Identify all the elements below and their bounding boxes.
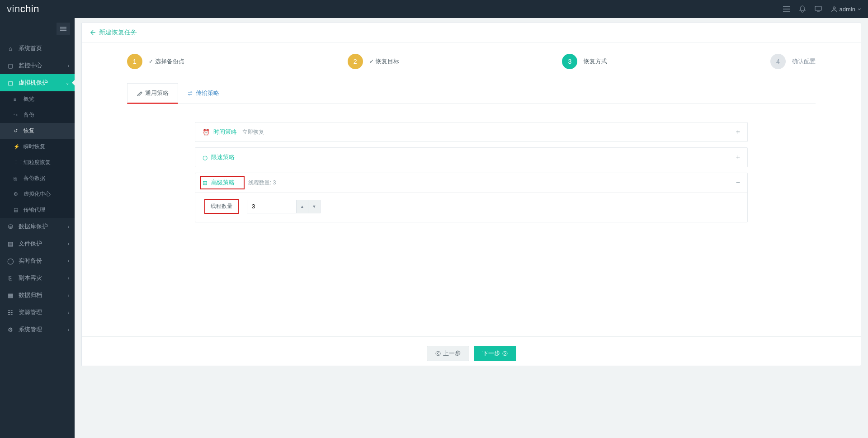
page-title-text: 新建恢复任务: [99, 28, 137, 37]
form-area: ⏰ 时间策略 立即恢复 + ◷ 限速策略 +: [127, 104, 816, 237]
arrow-right-icon: [502, 351, 508, 356]
time-strategy-head[interactable]: ⏰ 时间策略 立即恢复 +: [195, 122, 747, 141]
panel-body: 1 ✓选择备份点 2 ✓恢复目标 3 恢复方式 4 确认配置: [82, 42, 861, 332]
sub-restore[interactable]: ↺恢复: [0, 123, 75, 139]
spinner-buttons: ▲ ▼: [297, 200, 321, 213]
arrow-icon: ↪: [14, 112, 20, 118]
nav-label: 资源管理: [19, 308, 42, 316]
thread-count-label: 线程数量: [204, 199, 239, 214]
strategy-sub: 线程数量: 3: [248, 179, 276, 187]
home-icon: ⌂: [7, 45, 14, 52]
sub-overview[interactable]: ≡概览: [0, 91, 75, 107]
nav-realtime-backup[interactable]: ◯实时备份‹: [0, 252, 75, 269]
nav-replica-dr[interactable]: ⎘副本容灾‹: [0, 269, 75, 287]
minus-icon: −: [736, 179, 740, 187]
sub-label: 备份: [24, 111, 34, 119]
nav-home[interactable]: ⌂ 系统首页: [0, 40, 75, 57]
step-label: 恢复目标: [376, 58, 399, 65]
sub-granular-restore[interactable]: ⋮⋮细粒度恢复: [0, 155, 75, 170]
nav-db-protect[interactable]: ⛁数据库保护‹: [0, 218, 75, 235]
sub-transfer-agent[interactable]: ▤传输代理: [0, 202, 75, 218]
speed-strategy-row: ◷ 限速策略 +: [195, 147, 748, 167]
res-icon: ☷: [7, 309, 14, 316]
bell-icon[interactable]: [799, 5, 806, 13]
svg-rect-0: [815, 6, 821, 10]
config-area: 通用策略 传输策略 ⏰ 时间策略 立即恢复 +: [127, 83, 816, 237]
hamburger-icon: [60, 27, 66, 31]
button-label: 下一步: [482, 349, 500, 358]
adv-strategy-body: 线程数量 ▲ ▼: [195, 192, 747, 222]
spinner-down-button[interactable]: ▼: [308, 200, 320, 213]
agent-icon: ▤: [14, 207, 20, 213]
chevron-left-icon: ‹: [68, 327, 69, 332]
adv-strategy-head[interactable]: ⊞ 高级策略 线程数量: 3 −: [195, 173, 747, 192]
active-indicator: [72, 80, 75, 86]
next-button[interactable]: 下一步: [474, 346, 516, 361]
sub-label: 概览: [24, 95, 34, 103]
sidebar-toggle-button[interactable]: [57, 23, 70, 35]
step-label: 恢复方式: [584, 57, 607, 66]
nav-archive[interactable]: ▦数据归档‹: [0, 287, 75, 304]
sub-backup-data[interactable]: ⎘备份数据: [0, 170, 75, 186]
nav-file-protect[interactable]: ▤文件保护‹: [0, 235, 75, 252]
monitor-icon: ▢: [7, 80, 14, 86]
user-menu[interactable]: admin: [831, 6, 861, 13]
svg-point-1: [833, 7, 835, 9]
granular-icon: ⋮⋮: [14, 160, 20, 165]
nav-sys-manage[interactable]: ⚙系统管理‹: [0, 321, 75, 338]
sub-backup[interactable]: ↪备份: [0, 107, 75, 123]
tab-general[interactable]: 通用策略: [127, 83, 178, 104]
list-icon[interactable]: [783, 6, 790, 12]
back-icon: [90, 29, 96, 36]
nav-vm-protect[interactable]: ▢ 虚拟机保护 ⌄: [0, 74, 75, 91]
adv-strategy-row: ⊞ 高级策略 线程数量: 3 − 线程数量 ▲: [195, 173, 748, 222]
chevron-left-icon: ‹: [68, 259, 69, 264]
arrow-left-icon: [435, 351, 441, 356]
shield-icon: ◯: [7, 258, 14, 264]
monitor-icon[interactable]: [815, 6, 822, 12]
nav-label: 系统管理: [19, 325, 42, 334]
spinner-up-button[interactable]: ▲: [297, 200, 308, 213]
adv-highlight: ⊞ 高级策略: [200, 176, 245, 189]
nav-label: 监控中心: [19, 61, 42, 70]
svg-point-2: [436, 351, 440, 356]
bolt-icon: ⚡: [14, 144, 20, 150]
plus-icon: +: [736, 128, 740, 136]
edit-icon: [137, 90, 142, 96]
chevron-down-icon: ⌄: [66, 80, 69, 85]
thread-count-input[interactable]: [247, 200, 297, 213]
archive-icon: ▦: [7, 292, 14, 299]
nav-res-manage[interactable]: ☷资源管理‹: [0, 304, 75, 321]
sub-label: 细粒度恢复: [24, 159, 51, 166]
page-title: 新建恢复任务: [90, 28, 853, 37]
svg-point-3: [503, 351, 507, 356]
sub-virt-center[interactable]: ⚙虚拟化中心: [0, 186, 75, 202]
tab-transfer[interactable]: 传输策略: [178, 83, 228, 104]
sub-label: 虚拟化中心: [24, 190, 51, 198]
prev-button[interactable]: 上一步: [427, 346, 469, 361]
time-strategy-row: ⏰ 时间策略 立即恢复 +: [195, 122, 748, 142]
sub-label: 传输代理: [24, 206, 45, 214]
nav-label: 实时备份: [19, 257, 42, 265]
check-icon: ✓: [369, 58, 374, 65]
nav-label: 虚拟机保护: [19, 79, 48, 87]
panel-header: 新建恢复任务: [82, 23, 861, 42]
grid-icon: ⊞: [203, 179, 208, 186]
step-4: 4 确认配置: [770, 54, 816, 69]
wizard-panel: 新建恢复任务 1 ✓选择备份点 2 ✓恢复目标 3 恢复方式 4: [81, 23, 861, 366]
sub-instant-restore[interactable]: ⚡瞬时恢复: [0, 139, 75, 155]
nav-monitor[interactable]: ▢ 监控中心 ‹: [0, 57, 75, 74]
logo: vinchin: [0, 0, 75, 18]
transfer-icon: [187, 90, 193, 96]
file-icon: ▤: [7, 240, 14, 247]
user-icon: [831, 6, 837, 12]
speed-strategy-head[interactable]: ◷ 限速策略 +: [195, 148, 747, 167]
step-number: 1: [127, 54, 142, 69]
clock-icon: ⏰: [203, 129, 210, 136]
list-icon: ≡: [14, 97, 20, 102]
chevron-down-icon: [858, 8, 861, 10]
plus-icon: +: [736, 153, 740, 161]
step-1: 1 ✓选择备份点: [127, 54, 184, 69]
gauge-icon: ◷: [203, 154, 208, 161]
step-number: 2: [348, 54, 363, 69]
